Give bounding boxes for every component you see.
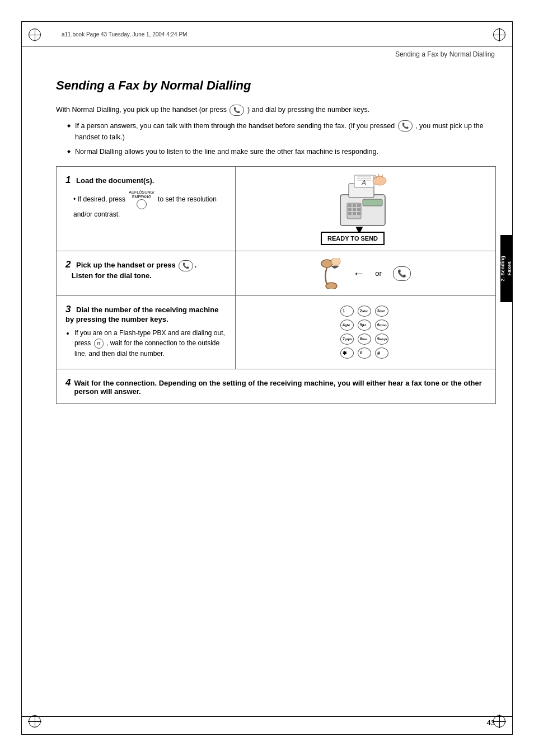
step2-handset-icon: 📞 xyxy=(179,260,193,271)
resolution-button-circle xyxy=(137,199,147,209)
step-2-right: ← or 📞 xyxy=(236,251,495,295)
step-3-title: 3 Dial the number of the receiving machi… xyxy=(65,304,226,323)
step-1-title: 1 Load the document(s). xyxy=(65,175,226,186)
handset-icon-bullet: 📞 xyxy=(398,120,413,132)
key-star: ✱ xyxy=(340,348,354,359)
svg-rect-16 xyxy=(357,212,360,215)
handset-icon-inline: 📞 xyxy=(229,105,244,116)
svg-point-23 xyxy=(321,260,332,267)
step-2-left: 2 Pick up the handset or press 📞. Listen… xyxy=(57,251,236,295)
key-5: 5jkl xyxy=(358,320,371,331)
step-1-left: 1 Load the document(s). • If desired, pr… xyxy=(57,167,236,251)
instruction-box: 1 Load the document(s). • If desired, pr… xyxy=(56,166,496,404)
step-1-right: A xyxy=(236,167,495,251)
flash-button: n xyxy=(94,339,104,349)
svg-rect-11 xyxy=(348,208,352,211)
key-hash: # xyxy=(375,348,388,359)
svg-rect-10 xyxy=(357,204,360,207)
key-7: 7pqrs xyxy=(340,334,354,345)
page-title: Sending a Fax by Normal Dialling xyxy=(56,78,496,93)
bullet-2: Normal Dialling allows you to listen to … xyxy=(67,146,496,157)
step-2-title: 2 Pick up the handset or press 📞. Listen… xyxy=(65,259,226,280)
step2-illustration: ← or 📞 xyxy=(319,258,412,289)
bullet-1: If a person answers, you can talk with t… xyxy=(67,120,496,143)
resolution-button-label: AUFLÖSUNG/EMPFANG xyxy=(129,190,154,199)
key-9: 9wxyz xyxy=(375,334,388,345)
key-3: 3def xyxy=(375,306,388,317)
sidebar-tab-text: 2. SendingFaxes xyxy=(500,256,513,281)
key-2: 2abc xyxy=(358,306,371,317)
file-info: a11.book Page 43 Tuesday, June 1, 2004 4… xyxy=(62,31,187,37)
step-1-sub: • If desired, press AUFLÖSUNG/EMPFANG to… xyxy=(73,190,226,219)
intro-paragraph: With Normal Dialling, you pick up the ha… xyxy=(56,104,496,116)
header-line xyxy=(21,46,513,46)
step-4: 4 Wait for the connection. Depending on … xyxy=(57,369,495,403)
svg-point-18 xyxy=(373,176,386,185)
key-6: 6mno xyxy=(375,320,388,331)
svg-text:A: A xyxy=(361,179,366,187)
step-2: 2 Pick up the handset or press 📞. Listen… xyxy=(57,251,495,296)
main-content: Sending a Fax by Normal Dialling With No… xyxy=(56,62,496,717)
step-3-sub: If you are on a Flash-type PBX and are d… xyxy=(65,328,226,359)
key-4: 4ghi xyxy=(340,320,354,331)
step-1-number: 1 xyxy=(65,175,71,185)
svg-rect-9 xyxy=(353,204,356,207)
key-1: 1 xyxy=(340,306,354,317)
or-label: or xyxy=(375,269,382,278)
step-4-title: Wait for the connection. Depending on th… xyxy=(74,379,486,396)
resolution-button-group: AUFLÖSUNG/EMPFANG xyxy=(129,190,154,209)
step-3-sub-item: If you are on a Flash-type PBX and are d… xyxy=(74,328,226,359)
svg-point-25 xyxy=(331,258,340,266)
step2-button-icon: 📞 xyxy=(393,266,411,281)
ready-to-send-display: READY TO SEND xyxy=(321,232,385,245)
sidebar-tab: 2. SendingFaxes xyxy=(500,235,513,302)
svg-rect-8 xyxy=(348,204,352,207)
svg-rect-17 xyxy=(363,199,382,206)
svg-point-24 xyxy=(326,283,337,289)
step-4-number: 4 xyxy=(65,377,71,388)
crosshair-top-left xyxy=(28,28,41,41)
handset-svg xyxy=(319,258,347,289)
step-3-number: 3 xyxy=(65,304,71,314)
step-3-left: 3 Dial the number of the receiving machi… xyxy=(57,296,236,369)
svg-rect-15 xyxy=(353,212,356,215)
step-3-right: 1 2abc 3def 4ghi 5jkl 6mno 7pqrs 8tuv 9w… xyxy=(236,296,495,369)
step-2-number: 2 xyxy=(65,259,71,270)
intro-bullets: If a person answers, you can talk with t… xyxy=(67,120,496,158)
svg-rect-13 xyxy=(357,208,360,211)
crosshair-top-right xyxy=(493,28,506,41)
svg-rect-14 xyxy=(348,212,352,215)
key-0: 0 xyxy=(358,348,371,359)
svg-rect-12 xyxy=(353,208,356,211)
page-number: 43 xyxy=(487,719,495,727)
key-8: 8tuv xyxy=(358,334,371,345)
step-3: 3 Dial the number of the receiving machi… xyxy=(57,296,495,369)
keypad: 1 2abc 3def 4ghi 5jkl 6mno 7pqrs 8tuv 9w… xyxy=(340,306,391,360)
section-header: Sending a Fax by Normal Dialling xyxy=(395,50,495,58)
or-arrow: ← xyxy=(353,266,365,281)
step-1: 1 Load the document(s). • If desired, pr… xyxy=(57,167,495,251)
